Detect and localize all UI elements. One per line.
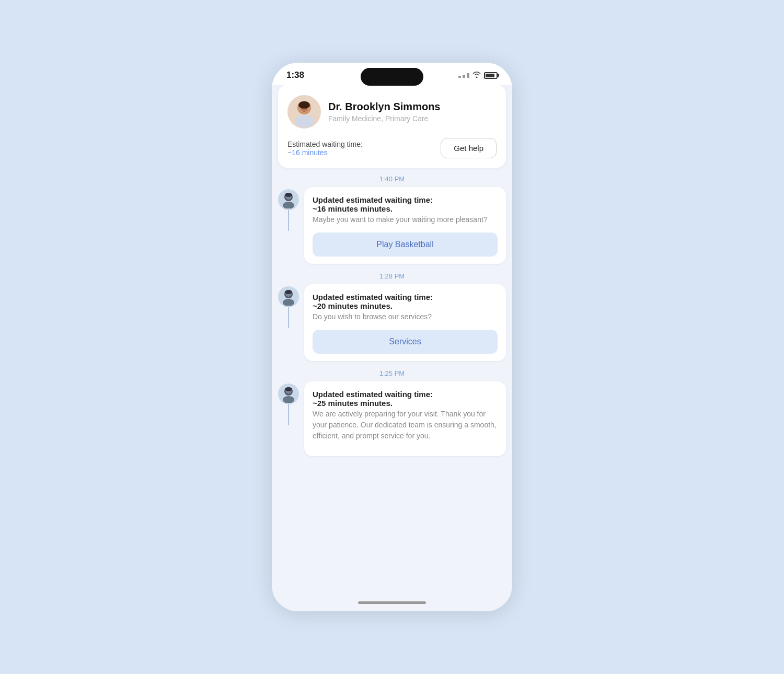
- bot-avatar-2: [278, 286, 299, 307]
- message-title-2: Updated estimated waiting time: ~20 minu…: [313, 293, 498, 310]
- message-title-3: Updated estimated waiting time: ~25 minu…: [313, 390, 498, 408]
- bot-avatar-1: [278, 189, 299, 210]
- svg-point-11: [283, 299, 294, 306]
- svg-point-4: [302, 108, 303, 109]
- chat-area: 1:40 PM Updated estimate: [272, 170, 512, 594]
- get-help-button[interactable]: Get help: [441, 138, 497, 158]
- battery-icon: [484, 72, 498, 79]
- message-time-2: 1:28 PM: [278, 272, 506, 280]
- message-title-1: Updated estimated waiting time: ~16 minu…: [313, 195, 498, 213]
- doctor-header: Dr. Brooklyn Simmons Family Medicine, Pr…: [287, 95, 497, 129]
- wait-info: Estimated waiting time: ~16 minutes: [287, 140, 363, 157]
- message-body-3: We are actively preparing for your visit…: [313, 409, 498, 441]
- dynamic-island: [361, 68, 423, 86]
- home-indicator: [272, 594, 512, 611]
- wait-label: Estimated waiting time:: [287, 140, 363, 148]
- doctor-specialty: Family Medicine, Primary Care: [328, 114, 497, 123]
- message-bubble-3: Updated estimated waiting time: ~25 minu…: [304, 381, 506, 456]
- message-body-2: Do you wish to browse our services?: [313, 311, 498, 322]
- message-group-2: 1:28 PM Updated estimate: [278, 272, 506, 361]
- message-row-2: Updated estimated waiting time: ~20 minu…: [278, 284, 506, 361]
- svg-point-15: [283, 396, 294, 403]
- svg-point-9: [285, 193, 292, 197]
- play-basketball-button[interactable]: Play Basketball: [313, 233, 498, 257]
- doctor-name: Dr. Brooklyn Simmons: [328, 101, 497, 113]
- phone-frame: 1:38: [272, 63, 512, 611]
- avatar: [287, 95, 321, 129]
- svg-point-1: [295, 115, 314, 127]
- svg-point-17: [285, 387, 292, 391]
- svg-point-3: [298, 101, 310, 109]
- svg-point-13: [285, 290, 292, 294]
- message-body-1: Maybe you want to make your waiting more…: [313, 214, 498, 225]
- bot-avatar-3: [278, 384, 299, 404]
- doctor-footer: Estimated waiting time: ~16 minutes Get …: [287, 138, 497, 158]
- doctor-card: Dr. Brooklyn Simmons Family Medicine, Pr…: [278, 85, 506, 168]
- message-group-3: 1:25 PM Updated estimate: [278, 369, 506, 456]
- status-icons: [458, 71, 498, 79]
- status-time: 1:38: [286, 70, 304, 80]
- wifi-icon: [472, 71, 481, 79]
- doctor-info: Dr. Brooklyn Simmons Family Medicine, Pr…: [328, 101, 497, 123]
- message-group-1: 1:40 PM Updated estimate: [278, 175, 506, 264]
- services-button[interactable]: Services: [313, 330, 498, 354]
- svg-point-5: [306, 108, 307, 109]
- svg-point-7: [283, 202, 294, 208]
- message-bubble-2: Updated estimated waiting time: ~20 minu…: [304, 284, 506, 361]
- home-bar: [358, 601, 426, 604]
- message-time-3: 1:25 PM: [278, 369, 506, 377]
- message-row-3: Updated estimated waiting time: ~25 minu…: [278, 381, 506, 456]
- message-bubble-1: Updated estimated waiting time: ~16 minu…: [304, 187, 506, 264]
- message-time-1: 1:40 PM: [278, 175, 506, 183]
- wait-time: ~16 minutes: [287, 148, 363, 157]
- signal-icon: [458, 73, 469, 78]
- status-bar: 1:38: [272, 63, 512, 85]
- message-row-1: Updated estimated waiting time: ~16 minu…: [278, 187, 506, 264]
